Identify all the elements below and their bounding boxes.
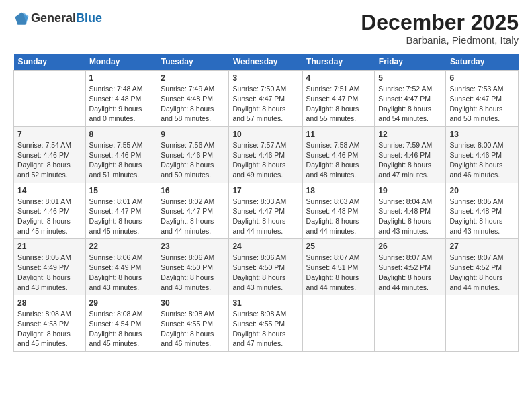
table-row: 20Sunrise: 8:05 AM Sunset: 4:48 PM Dayli…	[446, 183, 519, 239]
table-row	[302, 295, 375, 352]
day-info: Sunrise: 8:07 AM Sunset: 4:52 PM Dayligh…	[378, 253, 442, 292]
day-info: Sunrise: 8:04 AM Sunset: 4:48 PM Dayligh…	[378, 197, 442, 236]
table-row: 27Sunrise: 8:07 AM Sunset: 4:52 PM Dayli…	[446, 239, 519, 295]
day-info: Sunrise: 8:01 AM Sunset: 4:46 PM Dayligh…	[17, 197, 82, 236]
day-info: Sunrise: 8:08 AM Sunset: 4:54 PM Dayligh…	[89, 309, 154, 349]
table-row: 2Sunrise: 7:49 AM Sunset: 4:48 PM Daylig…	[157, 71, 229, 127]
table-row: 15Sunrise: 8:01 AM Sunset: 4:47 PM Dayli…	[85, 183, 157, 239]
header-monday: Monday	[85, 54, 157, 71]
table-row: 30Sunrise: 8:08 AM Sunset: 4:55 PM Dayli…	[157, 295, 229, 352]
day-info: Sunrise: 8:08 AM Sunset: 4:53 PM Dayligh…	[17, 309, 82, 349]
day-info: Sunrise: 8:02 AM Sunset: 4:47 PM Dayligh…	[161, 197, 225, 236]
table-row: 23Sunrise: 8:06 AM Sunset: 4:50 PM Dayli…	[157, 239, 229, 295]
day-number: 1	[89, 73, 154, 83]
table-row: 7Sunrise: 7:54 AM Sunset: 4:46 PM Daylig…	[14, 126, 86, 183]
day-info: Sunrise: 8:01 AM Sunset: 4:47 PM Dayligh…	[89, 197, 154, 236]
table-row: 25Sunrise: 8:07 AM Sunset: 4:51 PM Dayli…	[302, 239, 375, 295]
day-info: Sunrise: 8:00 AM Sunset: 4:46 PM Dayligh…	[449, 140, 515, 180]
calendar-week-1: 1Sunrise: 7:48 AM Sunset: 4:48 PM Daylig…	[14, 71, 519, 127]
day-number: 8	[89, 130, 154, 139]
day-number: 18	[306, 186, 371, 195]
table-row: 5Sunrise: 7:52 AM Sunset: 4:47 PM Daylig…	[375, 71, 446, 127]
day-info: Sunrise: 7:55 AM Sunset: 4:46 PM Dayligh…	[89, 140, 154, 180]
table-row: 11Sunrise: 7:58 AM Sunset: 4:46 PM Dayli…	[302, 126, 375, 183]
logo-blue: Blue	[76, 11, 102, 25]
day-info: Sunrise: 7:51 AM Sunset: 4:47 PM Dayligh…	[306, 84, 371, 124]
day-number: 4	[306, 73, 371, 83]
logo-text: GeneralBlue	[31, 12, 102, 26]
table-row: 19Sunrise: 8:04 AM Sunset: 4:48 PM Dayli…	[375, 183, 446, 239]
table-row: 9Sunrise: 7:56 AM Sunset: 4:46 PM Daylig…	[157, 126, 229, 183]
day-number: 19	[378, 186, 442, 195]
header-sunday: Sunday	[14, 54, 86, 71]
table-row: 8Sunrise: 7:55 AM Sunset: 4:46 PM Daylig…	[85, 126, 157, 183]
table-row: 6Sunrise: 7:53 AM Sunset: 4:47 PM Daylig…	[446, 71, 519, 127]
day-info: Sunrise: 8:08 AM Sunset: 4:55 PM Dayligh…	[161, 309, 225, 349]
day-info: Sunrise: 8:05 AM Sunset: 4:48 PM Dayligh…	[449, 197, 515, 236]
day-info: Sunrise: 8:05 AM Sunset: 4:49 PM Dayligh…	[17, 253, 82, 292]
table-row: 18Sunrise: 8:03 AM Sunset: 4:48 PM Dayli…	[302, 183, 375, 239]
day-number: 6	[449, 73, 515, 83]
table-row: 26Sunrise: 8:07 AM Sunset: 4:52 PM Dayli…	[375, 239, 446, 295]
day-number: 22	[89, 242, 154, 251]
header-tuesday: Tuesday	[157, 54, 229, 71]
day-info: Sunrise: 8:03 AM Sunset: 4:48 PM Dayligh…	[306, 197, 371, 236]
day-number: 26	[378, 242, 442, 251]
location: Barbania, Piedmont, Italy	[361, 34, 519, 46]
calendar-week-3: 14Sunrise: 8:01 AM Sunset: 4:46 PM Dayli…	[14, 183, 519, 239]
header-saturday: Saturday	[446, 54, 519, 71]
table-row	[14, 71, 86, 127]
day-number: 28	[17, 298, 82, 308]
logo: GeneralBlue	[13, 11, 102, 27]
day-number: 24	[232, 242, 298, 251]
table-row: 22Sunrise: 8:06 AM Sunset: 4:49 PM Dayli…	[85, 239, 157, 295]
title-block: December 2025 Barbania, Piedmont, Italy	[361, 11, 519, 46]
day-info: Sunrise: 7:59 AM Sunset: 4:46 PM Dayligh…	[378, 140, 442, 180]
day-number: 20	[449, 186, 515, 195]
page: GeneralBlue December 2025 Barbania, Pied…	[0, 0, 532, 411]
day-info: Sunrise: 8:03 AM Sunset: 4:47 PM Dayligh…	[232, 197, 298, 236]
day-number: 14	[17, 186, 82, 195]
day-number: 5	[378, 73, 442, 83]
table-row: 24Sunrise: 8:06 AM Sunset: 4:50 PM Dayli…	[229, 239, 302, 295]
table-row	[446, 295, 519, 352]
table-row: 29Sunrise: 8:08 AM Sunset: 4:54 PM Dayli…	[85, 295, 157, 352]
table-row: 3Sunrise: 7:50 AM Sunset: 4:47 PM Daylig…	[229, 71, 302, 127]
day-number: 23	[161, 242, 225, 251]
day-number: 21	[17, 242, 82, 251]
table-row: 1Sunrise: 7:48 AM Sunset: 4:48 PM Daylig…	[85, 71, 157, 127]
day-number: 16	[161, 186, 225, 195]
day-info: Sunrise: 8:06 AM Sunset: 4:49 PM Dayligh…	[89, 253, 154, 292]
logo-icon	[13, 11, 30, 27]
day-number: 10	[232, 130, 298, 139]
day-number: 30	[161, 298, 225, 308]
table-row: 21Sunrise: 8:05 AM Sunset: 4:49 PM Dayli…	[14, 239, 86, 295]
day-info: Sunrise: 7:58 AM Sunset: 4:46 PM Dayligh…	[306, 140, 371, 180]
day-number: 13	[449, 130, 515, 139]
day-info: Sunrise: 7:54 AM Sunset: 4:46 PM Dayligh…	[17, 140, 82, 180]
day-info: Sunrise: 8:07 AM Sunset: 4:51 PM Dayligh…	[306, 253, 371, 292]
day-info: Sunrise: 7:52 AM Sunset: 4:47 PM Dayligh…	[378, 84, 442, 124]
day-info: Sunrise: 7:48 AM Sunset: 4:48 PM Dayligh…	[89, 84, 154, 124]
table-row: 10Sunrise: 7:57 AM Sunset: 4:46 PM Dayli…	[229, 126, 302, 183]
day-number: 7	[17, 130, 82, 139]
day-info: Sunrise: 8:07 AM Sunset: 4:52 PM Dayligh…	[449, 253, 515, 292]
calendar-header-row: Sunday Monday Tuesday Wednesday Thursday…	[14, 54, 519, 71]
calendar: Sunday Monday Tuesday Wednesday Thursday…	[13, 54, 519, 352]
table-row: 28Sunrise: 8:08 AM Sunset: 4:53 PM Dayli…	[14, 295, 86, 352]
day-number: 29	[89, 298, 154, 308]
day-number: 31	[232, 298, 298, 308]
day-number: 11	[306, 130, 371, 139]
logo-general: General	[31, 11, 76, 25]
table-row: 4Sunrise: 7:51 AM Sunset: 4:47 PM Daylig…	[302, 71, 375, 127]
day-info: Sunrise: 7:50 AM Sunset: 4:47 PM Dayligh…	[232, 84, 298, 124]
day-number: 27	[449, 242, 515, 251]
day-info: Sunrise: 8:08 AM Sunset: 4:55 PM Dayligh…	[232, 309, 298, 349]
calendar-week-4: 21Sunrise: 8:05 AM Sunset: 4:49 PM Dayli…	[14, 239, 519, 295]
day-number: 2	[161, 73, 225, 83]
calendar-week-2: 7Sunrise: 7:54 AM Sunset: 4:46 PM Daylig…	[14, 126, 519, 183]
day-number: 25	[306, 242, 371, 251]
day-info: Sunrise: 7:49 AM Sunset: 4:48 PM Dayligh…	[161, 84, 225, 124]
day-number: 17	[232, 186, 298, 195]
header: GeneralBlue December 2025 Barbania, Pied…	[13, 11, 519, 46]
